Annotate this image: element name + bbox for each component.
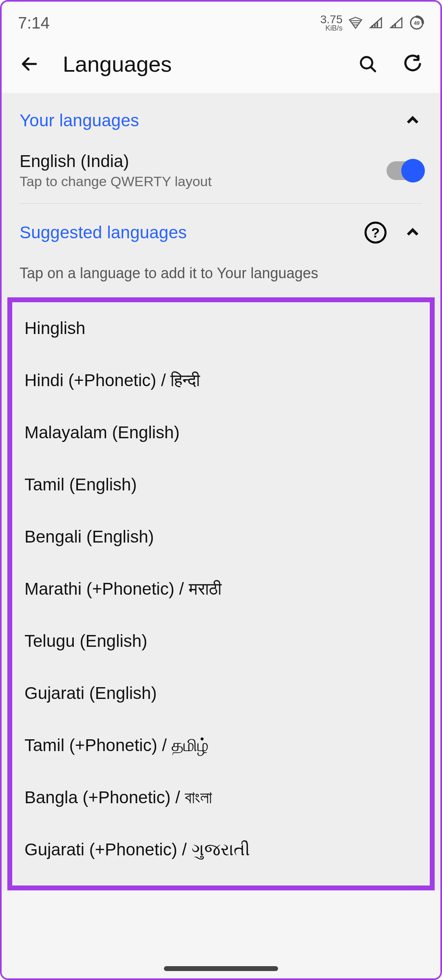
app-bar: Languages bbox=[2, 41, 440, 93]
signal-icon-2 bbox=[389, 15, 404, 30]
your-language-item[interactable]: English (India) Tap to change QWERTY lay… bbox=[2, 139, 440, 203]
back-button[interactable] bbox=[18, 53, 41, 75]
suggested-language-item[interactable]: Gujarati (English) bbox=[12, 667, 430, 719]
suggested-languages-label: Suggested languages bbox=[20, 223, 187, 242]
suggested-list: Hinglish Hindi (+Phonetic) / हिन्दी Mala… bbox=[7, 297, 435, 890]
svg-rect-4 bbox=[395, 24, 396, 27]
suggested-language-item[interactable]: Marathi (+Phonetic) / मराठी bbox=[12, 563, 430, 615]
help-icon[interactable]: ? bbox=[365, 222, 387, 244]
suggested-language-item[interactable]: Hindi (+Phonetic) / हिन्दी bbox=[12, 354, 430, 407]
signal-icon bbox=[369, 15, 383, 30]
svg-rect-3 bbox=[392, 25, 394, 27]
suggested-language-item[interactable]: Tamil (+Phonetic) / தமிழ் bbox=[12, 719, 430, 771]
suggested-hint: Tap on a language to add it to Your lang… bbox=[2, 253, 440, 290]
language-toggle[interactable] bbox=[387, 161, 422, 180]
status-bar: 7:14 3.75 KiB/s 49 bbox=[2, 2, 440, 41]
suggested-language-item[interactable]: Bangla (+Phonetic) / বাংলা bbox=[12, 771, 430, 824]
suggested-language-item[interactable]: Gujarati (+Phonetic) / ગુજરાતી bbox=[12, 824, 430, 876]
battery-icon: 49 bbox=[409, 15, 424, 30]
page-title: Languages bbox=[63, 51, 334, 77]
chevron-up-icon bbox=[403, 223, 422, 242]
suggested-language-item[interactable]: Malayalam (English) bbox=[12, 407, 430, 459]
network-speed: 3.75 KiB/s bbox=[320, 14, 343, 31]
suggested-language-item[interactable]: Telugu (English) bbox=[12, 615, 430, 667]
refresh-button[interactable] bbox=[401, 53, 424, 75]
suggested-language-item[interactable]: Tamil (English) bbox=[12, 459, 430, 511]
navigation-pill[interactable] bbox=[164, 966, 278, 971]
suggested-languages-header[interactable]: Suggested languages ? bbox=[2, 204, 440, 253]
status-time: 7:14 bbox=[18, 14, 50, 32]
wifi-icon bbox=[348, 15, 363, 30]
your-languages-label: Your languages bbox=[20, 111, 139, 130]
search-button[interactable] bbox=[356, 53, 379, 75]
svg-rect-1 bbox=[374, 24, 376, 27]
suggested-language-item[interactable]: Bengali (English) bbox=[12, 511, 430, 563]
language-name: English (India) bbox=[20, 152, 212, 171]
svg-rect-0 bbox=[372, 25, 373, 27]
suggested-language-item[interactable]: Hinglish bbox=[12, 302, 430, 354]
your-languages-header[interactable]: Your languages bbox=[2, 93, 440, 139]
svg-text:49: 49 bbox=[414, 20, 420, 26]
language-sub: Tap to change QWERTY layout bbox=[20, 174, 212, 189]
svg-rect-2 bbox=[377, 22, 378, 27]
chevron-up-icon bbox=[403, 111, 422, 130]
